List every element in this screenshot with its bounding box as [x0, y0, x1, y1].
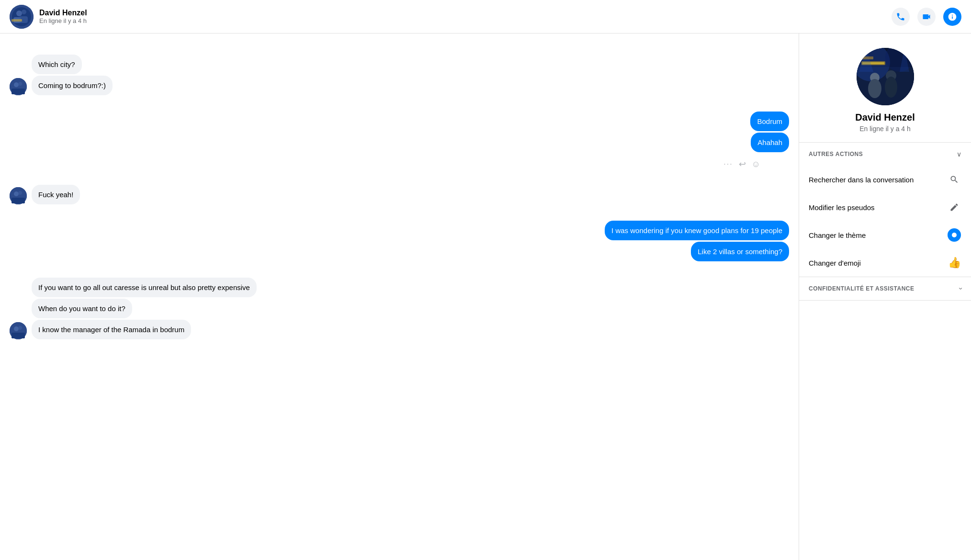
chat-header: David Henzel En ligne il y a 4 h [0, 0, 971, 34]
modifier-pseudos-icon [947, 200, 961, 214]
svg-point-2 [16, 11, 22, 16]
svg-point-12 [14, 191, 19, 196]
modifier-pseudos-item[interactable]: Modifier les pseudos [799, 193, 971, 221]
autres-actions-chevron: ∨ [957, 150, 961, 158]
profile-avatar [857, 48, 914, 105]
bubble: If you want to go all out caresse is unr… [32, 278, 257, 297]
header-name: David Henzel [39, 9, 87, 17]
changer-theme-label: Changer le thème [809, 231, 866, 239]
theme-dot-inner [952, 233, 957, 237]
svg-point-13 [18, 191, 22, 195]
changer-theme-icon [947, 228, 961, 242]
changer-emoji-icon: 👍 [947, 256, 961, 270]
search-conversation-item[interactable]: Rechercher dans la conversation [799, 166, 971, 193]
avatar-svg-5 [10, 322, 27, 339]
message-group-4: I was wondering if you knew good plans f… [10, 221, 789, 261]
more-options-icon[interactable]: ··· [723, 160, 733, 168]
call-button[interactable] [892, 8, 910, 26]
confidentialite-section: CONFIDENTIALITÉ ET ASSISTANCE ‹ [799, 277, 971, 301]
svg-rect-18 [11, 333, 25, 338]
confidentialite-title: CONFIDENTIALITÉ ET ASSISTANCE [809, 285, 915, 292]
header-actions [892, 8, 961, 26]
thumbsup-icon: 👍 [948, 257, 961, 269]
header-left: David Henzel En ligne il y a 4 h [10, 5, 87, 29]
svg-rect-14 [11, 198, 25, 203]
right-panel: David Henzel En ligne il y a 4 h AUTRES … [799, 34, 971, 560]
autres-actions-header[interactable]: AUTRES ACTIONS ∨ [799, 143, 971, 166]
svg-rect-6 [11, 19, 22, 22]
bubble: Bodrum [750, 112, 789, 131]
phone-icon [896, 12, 905, 22]
sender-avatar-3 [10, 187, 27, 204]
svg-rect-10 [11, 89, 25, 94]
svg-point-3 [22, 10, 26, 14]
profile-avatar-svg [857, 48, 914, 105]
autres-actions-title: AUTRES ACTIONS [809, 151, 863, 157]
avatar-svg-3 [10, 187, 27, 204]
bubble: Which city? [32, 55, 82, 74]
chat-area: Which city? Coming to bodrum?:) Bodrum A… [0, 34, 799, 560]
info-button[interactable] [943, 8, 961, 26]
header-info: David Henzel En ligne il y a 4 h [39, 9, 87, 24]
chat-messages: Which city? Coming to bodrum?:) Bodrum A… [0, 34, 799, 560]
bubbles-col-4: I was wondering if you knew good plans f… [605, 221, 789, 261]
svg-point-26 [868, 79, 881, 98]
theme-color-dot [948, 228, 961, 242]
edit-icon [949, 202, 959, 212]
header-status: En ligne il y a 4 h [39, 17, 87, 24]
bubbles-col-5: If you want to go all out caresse is unr… [32, 278, 257, 339]
bubble: When do you want to do it? [32, 299, 132, 318]
message-group-3: Fuck yeah! [10, 185, 789, 204]
bubbles-col-1: Which city? Coming to bodrum?:) [32, 55, 113, 95]
video-call-button[interactable] [917, 8, 936, 26]
bubble: Ahahah [751, 133, 789, 152]
svg-point-8 [14, 82, 19, 87]
bubble: I know the manager of the Ramada in bodr… [32, 320, 191, 339]
emoji-react-icon[interactable]: ☺ [752, 159, 760, 169]
svg-point-9 [18, 82, 22, 86]
bubbles-col-3: Fuck yeah! [32, 185, 80, 204]
changer-emoji-item[interactable]: Changer d'emoji 👍 [799, 249, 971, 277]
profile-avatar-canvas [857, 48, 914, 105]
reply-icon[interactable]: ↩ [739, 159, 746, 169]
message-group-1: Which city? Coming to bodrum?:) [10, 55, 789, 95]
search-conversation-icon [947, 172, 961, 187]
search-icon [949, 175, 959, 184]
svg-point-17 [18, 326, 22, 330]
svg-point-16 [14, 326, 19, 331]
info-icon [948, 12, 957, 22]
avatar-svg-1 [10, 78, 27, 95]
modifier-pseudos-label: Modifier les pseudos [809, 203, 875, 212]
header-avatar[interactable] [10, 5, 34, 29]
svg-point-28 [885, 77, 897, 98]
reaction-bar: ··· ↩ ☺ [10, 157, 760, 171]
avatar-svg [10, 5, 34, 29]
bubble: I was wondering if you knew good plans f… [605, 221, 789, 240]
search-conversation-label: Rechercher dans la conversation [809, 176, 914, 184]
bubbles-col-2: Bodrum Ahahah [750, 112, 789, 152]
profile-section: David Henzel En ligne il y a 4 h [799, 34, 971, 143]
autres-actions-section: AUTRES ACTIONS ∨ Rechercher dans la conv… [799, 143, 971, 277]
bubble: Like 2 villas or something? [691, 242, 789, 261]
changer-theme-item[interactable]: Changer le thème [799, 221, 971, 249]
video-icon [922, 12, 931, 22]
sender-avatar-5 [10, 322, 27, 339]
main-layout: Which city? Coming to bodrum?:) Bodrum A… [0, 34, 971, 560]
profile-status: En ligne il y a 4 h [859, 125, 911, 133]
sender-avatar-1 [10, 78, 27, 95]
profile-name: David Henzel [855, 112, 915, 123]
header-avatar-img [10, 5, 34, 29]
bubble: Fuck yeah! [32, 185, 80, 204]
message-group-5: If you want to go all out caresse is unr… [10, 278, 789, 339]
bubble: Coming to bodrum?:) [32, 76, 113, 95]
confidentialite-chevron: ‹ [957, 288, 964, 290]
changer-emoji-label: Changer d'emoji [809, 259, 861, 267]
confidentialite-header[interactable]: CONFIDENTIALITÉ ET ASSISTANCE ‹ [799, 277, 971, 300]
svg-rect-31 [859, 56, 873, 59]
message-group-2: Bodrum Ahahah [10, 112, 789, 152]
